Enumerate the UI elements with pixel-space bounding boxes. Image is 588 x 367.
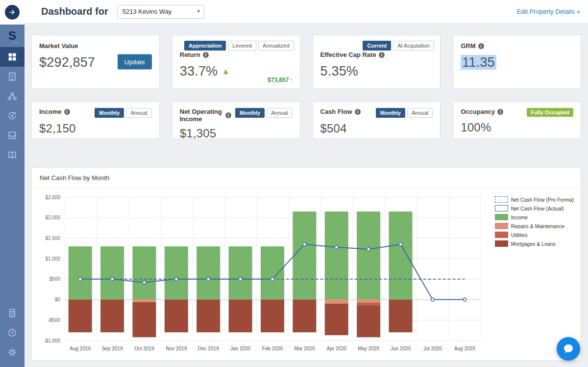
info-icon[interactable] <box>203 52 209 58</box>
svg-text:Mar 2020: Mar 2020 <box>294 346 315 351</box>
property-select[interactable]: 5213 Kevins Way <box>117 5 204 19</box>
return-tabs: Appreciation Levered Annualized <box>184 41 294 51</box>
svg-text:?: ? <box>11 330 14 335</box>
svg-text:May 2020: May 2020 <box>358 346 379 351</box>
tab-annual[interactable]: Annual <box>126 108 151 118</box>
logo-accent <box>14 42 18 43</box>
cap-rate-tabs: Current At Acquisition <box>363 41 434 51</box>
dollar-cycle-icon: $ <box>7 111 17 121</box>
chat-launcher-button[interactable] <box>557 337 580 361</box>
info-icon[interactable] <box>478 43 484 49</box>
svg-text:$1,000: $1,000 <box>45 256 60 262</box>
app-logo[interactable]: S <box>0 25 24 47</box>
svg-text:$2,000: $2,000 <box>45 215 60 220</box>
page-title: Dashboard for <box>41 6 108 17</box>
logo-letter: S <box>8 29 16 43</box>
info-icon[interactable] <box>355 109 361 115</box>
market-value-card: Market Value $292,857 Update <box>31 35 160 89</box>
svg-text:Apr 2020: Apr 2020 <box>326 346 346 351</box>
up-arrow-icon <box>290 77 293 83</box>
legend-item: Utilities <box>495 232 574 238</box>
tab-monthly[interactable]: Monthly <box>376 108 405 118</box>
svg-text:$0: $0 <box>55 297 61 302</box>
sidebar-item-reports[interactable] <box>0 145 24 165</box>
sidebar-collapse-button[interactable] <box>0 0 24 25</box>
legend-swatch <box>495 196 508 203</box>
sidebar-item-calculators[interactable] <box>0 303 24 323</box>
book-icon <box>7 150 17 160</box>
tab-annualized[interactable]: Annualized <box>258 41 294 51</box>
legend-swatch <box>495 223 508 229</box>
tab-levered[interactable]: Levered <box>228 41 256 51</box>
svg-text:Aug 2020: Aug 2020 <box>454 346 475 351</box>
legend-item: Net Cash Flow (Pro Forma) <box>495 196 574 203</box>
grm-card: GRM 11.35 <box>453 35 581 89</box>
legend-swatch <box>495 240 508 247</box>
svg-text:Jan 2020: Jan 2020 <box>230 346 251 351</box>
app-root: S $ ? <box>0 0 588 367</box>
svg-text:$1,500: $1,500 <box>45 236 60 241</box>
people-icon <box>7 91 17 101</box>
svg-text:Sep 2019: Sep 2019 <box>102 346 123 351</box>
legend-item: Repairs & Maintenance <box>495 223 574 229</box>
info-icon[interactable] <box>497 109 503 115</box>
grm-amount: 11.35 <box>461 55 496 70</box>
occupancy-label: Occupancy <box>461 108 503 115</box>
cash-flow-card: Cash Flow Monthly Annual $504 <box>313 102 441 139</box>
tab-monthly[interactable]: Monthly <box>95 108 124 118</box>
tab-appreciation[interactable]: Appreciation <box>184 41 226 51</box>
info-icon[interactable] <box>64 109 70 115</box>
kpi-row-2: Income Monthly Annual $2,150 Net Operati <box>31 102 581 139</box>
info-icon[interactable] <box>379 52 385 58</box>
sidebar-item-properties[interactable] <box>0 67 24 86</box>
tab-monthly[interactable]: Monthly <box>235 108 265 118</box>
dashboard-main: Market Value $292,857 Update Appreciatio… <box>24 24 588 367</box>
return-card: Appreciation Levered Annualized Return 3… <box>172 35 300 89</box>
update-button[interactable]: Update <box>118 54 152 70</box>
occupancy-amount: 100% <box>461 121 573 134</box>
sidebar-item-help[interactable]: ? <box>0 323 24 342</box>
cash-flow-label: Cash Flow <box>320 108 361 115</box>
legend-label: Repairs & Maintenance <box>511 223 564 229</box>
cash-flow-tabs: Monthly Annual <box>376 108 433 118</box>
tab-annual[interactable]: Annual <box>407 108 433 118</box>
noi-label: Net Operating Income <box>180 108 231 123</box>
content-column: Dashboard for 5213 Kevins Way Edit Prope… <box>24 0 588 367</box>
svg-text:$2,500: $2,500 <box>45 195 60 200</box>
edit-property-details-link[interactable]: Edit Property Details » <box>517 8 580 15</box>
legend-label: Income <box>511 214 528 220</box>
net-cash-flow-card: Net Cash Flow by Month $2,500$2,000$1,50… <box>31 167 581 361</box>
legend-label: Net Cash Flow (Pro Forma) <box>511 197 574 203</box>
occupancy-status-badge: Fully Occupied <box>527 108 573 117</box>
calculator-icon <box>7 308 17 318</box>
legend-swatch <box>495 205 508 211</box>
sidebar: S $ ? <box>0 0 24 367</box>
tab-at-acquisition[interactable]: At Acquisition <box>393 41 434 51</box>
svg-text:Nov 2019: Nov 2019 <box>166 346 187 351</box>
svg-text:Oct 2019: Oct 2019 <box>134 346 154 351</box>
return-delta: $73,857 <box>268 77 293 83</box>
income-card: Income Monthly Annual $2,150 <box>31 102 160 139</box>
sidebar-item-tenants[interactable] <box>0 86 24 106</box>
gear-icon <box>7 347 17 357</box>
svg-text:Feb 2020: Feb 2020 <box>262 346 283 351</box>
sidebar-item-settings[interactable] <box>0 342 24 362</box>
svg-text:Aug 2019: Aug 2019 <box>70 346 91 351</box>
kpi-row-1: Market Value $292,857 Update Appreciatio… <box>31 35 581 89</box>
building-icon <box>7 72 17 81</box>
svg-text:$: $ <box>11 114 14 118</box>
legend-swatch <box>495 232 508 238</box>
sidebar-item-dashboard[interactable] <box>0 47 24 67</box>
sidebar-item-documents[interactable] <box>0 126 24 145</box>
legend-item: Net Cash Flow (Actual) <box>495 205 574 211</box>
legend-item: Income <box>495 214 574 220</box>
sidebar-item-transactions[interactable]: $ <box>0 106 24 126</box>
tab-current[interactable]: Current <box>363 41 391 51</box>
info-icon[interactable] <box>225 112 231 118</box>
tab-annual[interactable]: Annual <box>267 108 292 118</box>
svg-text:$500: $500 <box>49 276 61 282</box>
svg-text:-$500: -$500 <box>48 317 60 323</box>
chart-legend: Net Cash Flow (Pro Forma)Net Cash Flow (… <box>495 196 574 247</box>
chart-title: Net Cash Flow by Month <box>32 168 581 188</box>
noi-tabs: Monthly Annual <box>235 108 292 118</box>
